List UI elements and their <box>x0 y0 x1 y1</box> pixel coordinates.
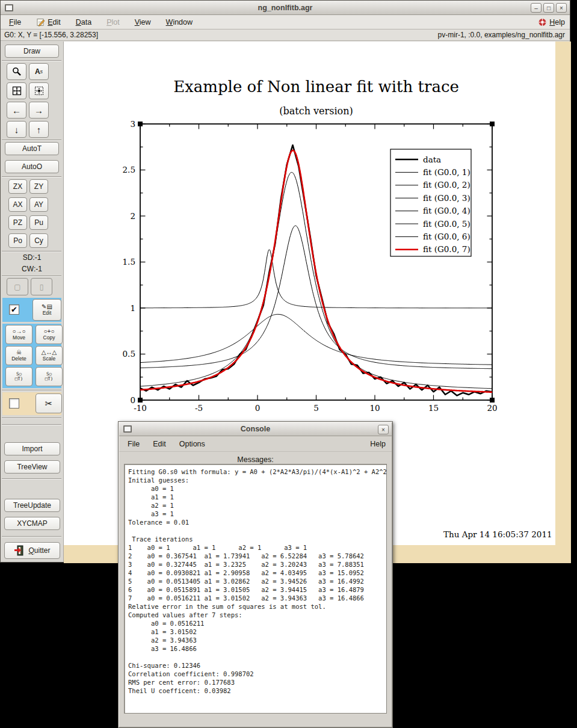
desktop: { "titlebar": { "title": "ng_nonlfitb.ag… <box>0 0 577 728</box>
treeview-button[interactable]: TreeView <box>4 460 60 474</box>
move-object-button[interactable]: ○→○ Move <box>5 325 32 344</box>
menu-items: FileEditDataPlotViewWindow <box>9 18 208 26</box>
import-button[interactable]: Import <box>4 442 60 455</box>
separator <box>2 251 61 252</box>
edit-mode-checkbox[interactable]: ✔ <box>9 304 19 315</box>
y-tick-label: 2 <box>130 211 135 221</box>
console-title: Console <box>119 425 392 433</box>
magnifier-icon <box>12 67 22 76</box>
zoom-y-button[interactable]: ZY <box>29 179 48 194</box>
close-button[interactable]: × <box>556 3 567 13</box>
console-menu-edit[interactable]: Edit <box>153 440 166 448</box>
edit-icon <box>36 18 45 26</box>
text-tool-button[interactable]: As <box>29 63 49 80</box>
x-tick-label: 5 <box>313 403 319 413</box>
x-tick-label: 10 <box>369 403 380 413</box>
selection-handle <box>490 122 495 126</box>
push-zoom-button[interactable]: PZ <box>8 215 27 230</box>
world-stack-prev-button[interactable]: ▢ <box>7 278 28 295</box>
locator-coordinates: G0: X, Y = [-15.556, 3.28253] <box>4 31 98 39</box>
cut-tool-button[interactable]: ✂ <box>35 393 62 413</box>
minimize-button[interactable]: – <box>531 3 542 13</box>
copy-object-button[interactable]: ○+○ Copy <box>35 325 63 344</box>
zoom-x-button[interactable]: ZX <box>8 179 27 194</box>
menu-item-file[interactable]: File <box>9 18 21 26</box>
zoom-tool-button[interactable] <box>7 63 26 80</box>
quitter-button[interactable]: Quitter <box>4 542 60 559</box>
legend-label: fit (G0.0, 2) <box>423 180 471 190</box>
console-menu-items: FileEditOptions <box>128 440 218 448</box>
draw-button[interactable]: Draw <box>5 45 59 58</box>
legend-label: fit (G0.0, 1) <box>423 167 471 177</box>
delete-object-button[interactable]: ☠ Delete <box>5 346 32 365</box>
y-tick-label: 2.5 <box>123 165 135 174</box>
cycle-button[interactable]: Cy <box>29 233 48 248</box>
window-title: ng_nonlfitb.agr <box>1 4 570 12</box>
scale-object-button[interactable]: △↔△ Scale <box>35 346 63 365</box>
menu-item-view[interactable]: View <box>135 18 151 26</box>
menu-item-help[interactable]: Help <box>549 18 565 26</box>
scroll-left-button[interactable]: ← <box>7 102 26 119</box>
legend: datafit (G0.0, 1)fit (G0.0, 2)fit (G0.0,… <box>390 149 471 256</box>
autoscale-y-button[interactable]: AY <box>29 197 48 212</box>
x-tick-label: -5 <box>195 403 203 413</box>
console-messages[interactable]: Fitting G0.s0 with formula: y = A0 + (2*… <box>124 464 387 714</box>
separator <box>2 390 61 391</box>
legend-label: fit (G0.0, 5) <box>423 219 471 229</box>
main-titlebar[interactable]: ng_nonlfitb.agr – □ × <box>1 1 570 15</box>
chart-title: Example of Non linear fit with trace <box>173 78 459 96</box>
autoscale-on-button[interactable]: AutoO <box>5 160 59 173</box>
locator-bar: G0: X, Y = [-15.556, 3.28253] pv-mir-1, … <box>1 29 570 41</box>
y-tick-label: 3 <box>130 119 135 129</box>
console-menu-help[interactable]: Help <box>370 440 386 448</box>
timestamp-label: Thu Apr 14 16:05:37 2011 <box>443 529 552 539</box>
scroll-up-button[interactable]: ↑ <box>29 121 49 138</box>
scroll-down-button[interactable]: ↓ <box>7 121 26 138</box>
expand-view-button[interactable] <box>7 82 26 99</box>
x-tick-label: 15 <box>428 403 439 413</box>
help-lifebuoy-icon <box>538 18 547 26</box>
console-window-icon[interactable] <box>123 425 132 433</box>
y-tick-label: 1.5 <box>123 257 135 267</box>
separator <box>2 418 61 419</box>
cut-mode-checkbox[interactable] <box>9 398 19 409</box>
window-menu-icon[interactable] <box>5 4 13 11</box>
menu-item-plot[interactable]: Plot <box>106 18 120 26</box>
quitter-label: Quitter <box>28 546 50 555</box>
main-menubar: FileEditDataPlotViewWindow Help <box>1 15 570 29</box>
shrink-view-button[interactable] <box>29 82 49 99</box>
swap-objects-alt-button[interactable]: S○ □T) <box>35 367 63 386</box>
legend-label: fit (G0.0, 3) <box>423 193 471 203</box>
expand-icon <box>12 86 22 96</box>
pop-zoom-button[interactable]: Pu <box>29 215 48 230</box>
x-tick-label: 0 <box>255 403 261 413</box>
xycmap-button[interactable]: XYCMAP <box>4 517 60 530</box>
y-tick-label: 1 <box>130 303 135 313</box>
edit-object-button[interactable]: ✎▤ Edit <box>32 299 61 321</box>
edit-tool-panel: ✔ ✎▤ Edit <box>2 298 61 322</box>
object-tools-panel: ○→○ Move ○+○ Copy ☠ Delete △↔△ Scale S○ … <box>2 324 61 388</box>
treeupdate-button[interactable]: TreeUpdate <box>4 499 60 512</box>
menu-item-edit[interactable]: Edit <box>48 18 61 26</box>
separator <box>2 276 61 277</box>
swap-objects-button[interactable]: S○ □T) <box>5 367 32 386</box>
console-close-button[interactable]: × <box>378 425 389 434</box>
cycle-world-label: CW:-1 <box>1 265 63 273</box>
console-titlebar[interactable]: Console × <box>119 422 392 436</box>
autoscale-ticks-button[interactable]: AutoT <box>5 142 59 155</box>
scroll-right-button[interactable]: → <box>29 102 49 119</box>
autoscale-x-button[interactable]: AX <box>8 197 27 212</box>
menu-item-data[interactable]: Data <box>76 18 91 26</box>
menu-item-window[interactable]: Window <box>166 18 193 26</box>
y-tick-label: 0 <box>130 395 135 405</box>
cut-tool-panel: ✂ <box>2 392 61 415</box>
maximize-button[interactable]: □ <box>543 3 554 13</box>
world-stack-next-button[interactable]: ▯ <box>31 278 52 295</box>
pop-button[interactable]: Po <box>8 233 27 248</box>
x-tick-label: -10 <box>134 403 147 413</box>
console-menu-options[interactable]: Options <box>179 440 205 448</box>
console-window: Console × FileEditOptions Help Messages:… <box>118 421 393 728</box>
selection-handle <box>138 398 143 403</box>
y-tick-label: 0.5 <box>123 349 135 359</box>
console-menu-file[interactable]: File <box>128 440 140 448</box>
